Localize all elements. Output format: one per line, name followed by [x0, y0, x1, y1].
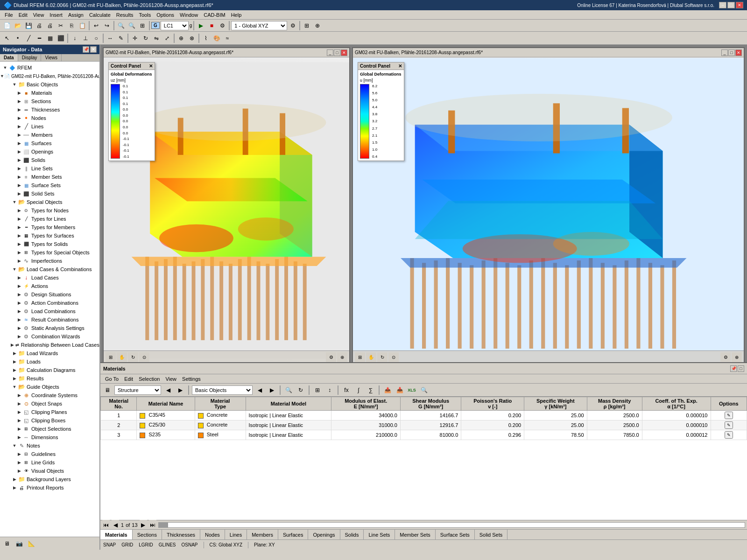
view-settings-btn-left[interactable]: ⚙: [326, 352, 336, 363]
status-snap[interactable]: SNAP: [103, 542, 116, 547]
tree-clipping-planes[interactable]: ▶ Clipping Planes: [0, 408, 99, 416]
tree-guide-objects[interactable]: ▼ Guide Objects: [0, 383, 99, 391]
line-button[interactable]: ╱: [23, 33, 34, 43]
status-grid[interactable]: GRID: [121, 542, 133, 547]
zoom-out-button[interactable]: 🔍: [127, 21, 137, 31]
tree-notes[interactable]: ▼ Notes: [0, 441, 99, 450]
view-minimize-right[interactable]: _: [721, 49, 728, 56]
menu-insert[interactable]: Insert: [47, 11, 65, 19]
tree-line-grids[interactable]: ▶ ⊞ Line Grids: [0, 458, 99, 467]
tab-member-sets[interactable]: Member Sets: [395, 530, 435, 539]
menu-results[interactable]: Results: [113, 11, 136, 19]
bottom-menu-edit[interactable]: Edit: [121, 375, 136, 383]
view-fit-button-right[interactable]: ⊙: [388, 352, 399, 363]
minimize-button[interactable]: −: [719, 2, 726, 8]
view-settings-button[interactable]: ⚙: [288, 21, 298, 31]
bottom-refresh-button[interactable]: ↻: [296, 385, 306, 395]
view-rotate-button-right[interactable]: ↻: [377, 352, 388, 363]
extrude-button[interactable]: ⊕: [176, 33, 186, 43]
dimension-button[interactable]: ↔: [105, 33, 115, 43]
menu-tools[interactable]: Tools: [136, 11, 154, 19]
edit-row-button[interactable]: ✎: [725, 431, 733, 439]
copy-button[interactable]: ⎘: [66, 21, 77, 31]
paste-button[interactable]: 📋: [77, 21, 87, 31]
page-last[interactable]: ⏭: [149, 520, 156, 530]
run-button[interactable]: ▶: [196, 21, 206, 31]
view-pan-button-left[interactable]: ✋: [117, 352, 127, 363]
display-deform-button[interactable]: ⌇: [201, 33, 211, 43]
print2-button[interactable]: 🖨: [45, 21, 55, 31]
menu-edit[interactable]: Edit: [16, 11, 30, 19]
view-zoom-button-left[interactable]: ⊞: [106, 352, 116, 363]
tree-types-surfaces[interactable]: ▶ ▦ Types for Surfaces: [0, 231, 99, 240]
tree-background-layers[interactable]: ▶ Background Layers: [0, 475, 99, 483]
col-name[interactable]: Material Name: [137, 397, 195, 411]
tree-solids[interactable]: ▶ Solids: [0, 156, 99, 164]
tab-nodes[interactable]: Nodes: [200, 530, 225, 539]
tree-design-situations[interactable]: ▶ Design Situations: [0, 290, 99, 299]
view-rotate-button-left[interactable]: ↻: [128, 352, 138, 363]
bottom-excel-button[interactable]: XLS: [407, 385, 417, 395]
view-snap-btn-right[interactable]: ⊕: [732, 352, 742, 363]
tree-static-settings[interactable]: ▶ Static Analysis Settings: [0, 324, 99, 332]
bottom-tb-1[interactable]: 🖥: [102, 385, 113, 395]
move-button[interactable]: ✛: [130, 33, 140, 43]
tree-types-solids[interactable]: ▶ ⬛ Types for Solids: [0, 240, 99, 248]
snap-button[interactable]: ⊕: [312, 21, 323, 31]
bottom-calc3-button[interactable]: ∑: [366, 385, 376, 395]
cell-options[interactable]: ✎: [711, 430, 747, 440]
col-poisson[interactable]: Poisson's Ratioν [-]: [461, 397, 524, 411]
tree-sections[interactable]: ▶ Sections: [0, 97, 99, 105]
tree-imperfections[interactable]: ▶ Imperfections: [0, 257, 99, 265]
view-scene-left[interactable]: Control Panel ✕ Global Deformations uz […: [104, 57, 349, 362]
menu-calculate[interactable]: Calculate: [86, 11, 113, 19]
col-model[interactable]: Material Model: [246, 397, 331, 411]
undo-button[interactable]: ↩: [91, 21, 101, 31]
tree-members[interactable]: ▶ Members: [0, 131, 99, 139]
menu-file[interactable]: File: [2, 11, 16, 19]
page-first[interactable]: ⏮: [102, 520, 110, 530]
tree-types-members[interactable]: ▶ ━ Types for Members: [0, 223, 99, 231]
tab-sections[interactable]: Sections: [133, 530, 162, 539]
bottom-nav-next[interactable]: ▶: [175, 385, 185, 395]
tab-materials[interactable]: Materials: [100, 530, 133, 539]
bottom-import-button[interactable]: 📥: [395, 385, 405, 395]
table-row[interactable]: 3 S235 Steel Isotropic | Linear Elastic …: [101, 430, 747, 440]
tree-loads[interactable]: ▶ Loads: [0, 357, 99, 366]
tree-types-lines[interactable]: ▶ ╱ Types for Lines: [0, 215, 99, 223]
loadcase-select[interactable]: LC1: [161, 21, 189, 30]
bottom-sort-button[interactable]: ↕: [324, 385, 335, 395]
status-lgrid[interactable]: LGRID: [139, 542, 153, 547]
tree-calc-diagrams[interactable]: ▶ Calculation Diagrams: [0, 366, 99, 374]
tab-members[interactable]: Members: [247, 530, 278, 539]
tab-surface-sets[interactable]: Surface Sets: [436, 530, 475, 539]
grid-button[interactable]: ⊞: [302, 21, 312, 31]
menu-options[interactable]: Options: [154, 11, 177, 19]
menu-view[interactable]: View: [30, 11, 47, 19]
zoom-in-button[interactable]: 🔍: [116, 21, 126, 31]
tab-lines[interactable]: Lines: [225, 530, 247, 539]
menu-assign[interactable]: Assign: [65, 11, 86, 19]
table-row[interactable]: 1 C35/45 Concrete Isotropic | Linear Ela…: [101, 411, 747, 420]
bottom-menu-selection[interactable]: Selection: [136, 375, 162, 383]
tab-thicknesses[interactable]: Thicknesses: [162, 530, 200, 539]
bottom-filter-button[interactable]: ⊞: [312, 385, 323, 395]
nav-pin-button[interactable]: 📌: [83, 46, 89, 53]
tree-thicknesses[interactable]: ▶ ═ Thicknesses: [0, 105, 99, 114]
tree-coord-systems[interactable]: ▶ Coordinate Systems: [0, 391, 99, 399]
bottom-maximize-button[interactable]: □: [738, 365, 744, 372]
zoom-all-button[interactable]: ⊞: [137, 21, 148, 31]
basic-objects-select[interactable]: Basic Objects: [192, 385, 253, 395]
edit-row-button[interactable]: ✎: [725, 421, 733, 429]
tab-line-sets[interactable]: Line Sets: [364, 530, 395, 539]
load-button[interactable]: ↓: [70, 33, 80, 43]
page-next[interactable]: ▶: [140, 520, 147, 530]
menu-help[interactable]: Help: [228, 11, 245, 19]
bottom-pin-button[interactable]: 📌: [730, 365, 737, 372]
bottom-search-button[interactable]: 🔍: [419, 385, 429, 395]
tab-solid-sets[interactable]: Solid Sets: [475, 530, 508, 539]
tree-rfem[interactable]: ▼ 🔷 RFEM: [0, 63, 99, 72]
release-button[interactable]: ○: [91, 33, 101, 43]
tree-printout-reports[interactable]: ▶ Printout Reports: [0, 483, 99, 492]
mirror-button[interactable]: ⇋: [151, 33, 162, 43]
